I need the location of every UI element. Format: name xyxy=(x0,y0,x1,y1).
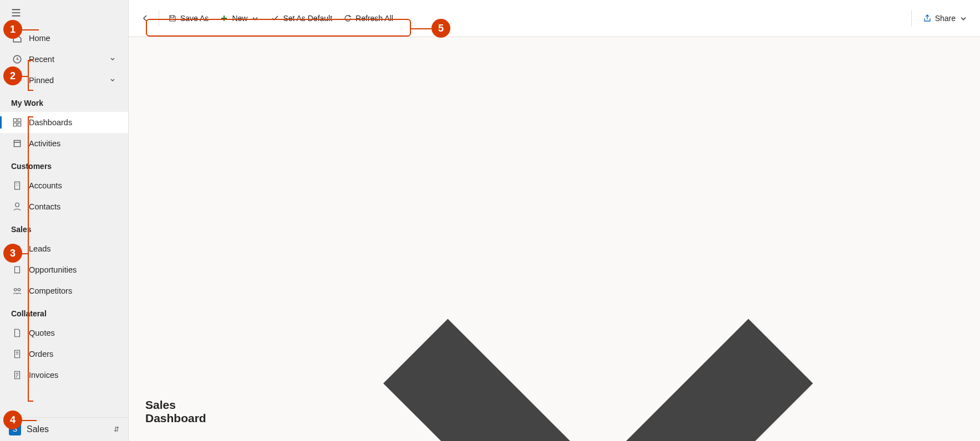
share-button[interactable]: Share xyxy=(917,10,973,27)
invoice-icon xyxy=(12,370,22,380)
callout-2: 2 xyxy=(3,66,22,85)
share-icon xyxy=(923,14,932,23)
updown-icon: ⇵ xyxy=(114,425,119,433)
nav-opportunities[interactable]: Opportunities xyxy=(0,259,128,280)
sidebar: Home Recent Pinned My Work Dashboards Ac… xyxy=(0,0,129,441)
svg-rect-2 xyxy=(18,119,21,122)
nav-label: Competitors xyxy=(29,286,72,295)
main-content: Sales Dashboard My Activities Search ⋮ T… xyxy=(129,0,980,441)
callout-line xyxy=(22,76,28,77)
callout-5: 5 xyxy=(431,19,450,38)
nav-activities[interactable]: Activities xyxy=(0,133,128,154)
activity-icon xyxy=(12,139,22,148)
svg-rect-5 xyxy=(15,182,20,189)
nav-label: Activities xyxy=(29,139,60,148)
menu-icon xyxy=(11,8,21,18)
building-icon xyxy=(12,181,22,191)
svg-rect-3 xyxy=(13,123,17,126)
callout-line xyxy=(22,29,39,30)
callout-1: 1 xyxy=(3,20,22,39)
nav-section-customers: Customers xyxy=(0,154,128,175)
chevron-down-icon xyxy=(109,76,116,85)
nav-accounts[interactable]: Accounts xyxy=(0,175,128,196)
callout-3: 3 xyxy=(3,244,22,263)
page-title: Sales Dashboard xyxy=(145,398,230,425)
nav-label: Home xyxy=(29,34,50,43)
nav-label: Accounts xyxy=(29,181,62,190)
nav-label: Dashboards xyxy=(29,118,72,127)
nav-dashboards[interactable]: Dashboards xyxy=(0,112,128,133)
chevron-down-icon xyxy=(109,55,116,64)
svg-point-11 xyxy=(18,289,21,291)
svg-rect-1 xyxy=(13,119,17,122)
svg-rect-9 xyxy=(15,266,20,273)
app-name: Sales xyxy=(27,424,49,434)
dashboard-icon xyxy=(12,117,22,127)
competitors-icon xyxy=(12,286,22,296)
nav-recent[interactable]: Recent xyxy=(0,49,128,70)
callout-line xyxy=(22,253,28,254)
nav-label: Opportunities xyxy=(29,265,77,274)
nav-section-collateral: Collateral xyxy=(0,301,128,322)
svg-point-10 xyxy=(14,289,17,291)
order-icon xyxy=(12,349,22,359)
nav-invoices[interactable]: Invoices xyxy=(0,365,128,386)
callout-line xyxy=(411,28,431,29)
svg-point-6 xyxy=(16,203,19,207)
svg-rect-4 xyxy=(18,123,21,126)
chevron-down-icon xyxy=(959,14,968,23)
annotation-box xyxy=(146,19,411,37)
person-icon xyxy=(12,202,22,212)
nav-section-mywork: My Work xyxy=(0,91,128,112)
nav-orders[interactable]: Orders xyxy=(0,343,128,365)
nav-competitors[interactable]: Competitors xyxy=(0,280,128,301)
nav-section-sales: Sales xyxy=(0,217,128,238)
callout-4: 4 xyxy=(3,411,22,429)
callout-line xyxy=(22,420,37,421)
button-label: Share xyxy=(935,14,956,23)
opportunity-icon xyxy=(12,265,22,275)
callout-brace xyxy=(28,116,33,402)
nav-label: Contacts xyxy=(29,202,60,211)
nav-quotes[interactable]: Quotes xyxy=(0,322,128,343)
clock-icon xyxy=(12,54,22,64)
callout-brace xyxy=(28,60,33,91)
nav-contacts[interactable]: Contacts xyxy=(0,196,128,217)
chevron-down-icon xyxy=(233,47,963,441)
page-title-dropdown[interactable]: Sales Dashboard xyxy=(129,37,980,441)
quote-icon xyxy=(12,328,22,338)
